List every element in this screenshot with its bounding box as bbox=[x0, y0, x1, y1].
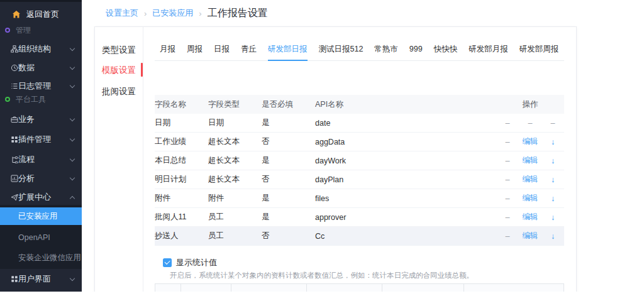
table-row-work-performance: 工作业绩 超长文本 否 aggData – 编辑 ↓ bbox=[155, 133, 564, 151]
green-dot-icon bbox=[5, 97, 10, 102]
briefcase-icon bbox=[11, 116, 18, 123]
tab-daily-report[interactable]: 日报 bbox=[214, 38, 230, 61]
vertical-divider bbox=[143, 27, 143, 292]
edit-link[interactable]: 编辑 bbox=[519, 155, 541, 166]
action-dash: – bbox=[496, 213, 519, 222]
edit-link[interactable]: 编辑 bbox=[519, 231, 541, 241]
show-stats-description: 开启后，系统统计某个对象内的资料计数或者数值汇总，例如：统计本日完成的合同业绩总… bbox=[170, 271, 474, 280]
chevron-up-icon bbox=[70, 195, 75, 200]
show-stats-checkbox[interactable] bbox=[163, 258, 172, 267]
sidebar-top-edge bbox=[0, 0, 82, 2]
action-dash: – bbox=[496, 138, 519, 146]
send-icon bbox=[11, 194, 18, 201]
chevron-down-icon bbox=[70, 116, 75, 121]
header-api-name: API名称 bbox=[315, 99, 496, 110]
table-row-tomorrow-plan: 明日计划 超长文本 否 dayPlan – 编辑 ↓ bbox=[155, 170, 564, 189]
tab-kuaikuaikuai[interactable]: 快快快 bbox=[434, 38, 458, 61]
flow-icon bbox=[11, 156, 18, 163]
menu-template-settings[interactable]: 模版设置 bbox=[95, 65, 143, 76]
breadcrumb-settings-home[interactable]: 设置主页 bbox=[106, 8, 138, 19]
action-dash: – bbox=[496, 194, 519, 203]
table-row-reviewer: 批阅人11 员工 是 approver – 编辑 ↓ bbox=[155, 208, 564, 227]
sidebar-item-data[interactable]: 数据 bbox=[0, 59, 82, 77]
sidebar-item-org-structure[interactable]: 组织结构 bbox=[0, 40, 82, 58]
table-row-cc: 抄送人 员工 否 Cc – 编辑 ↓ bbox=[155, 227, 564, 246]
sidebar-item-installed-apps[interactable]: 已安装应用 bbox=[0, 207, 82, 225]
page-title: 工作报告设置 bbox=[208, 7, 268, 20]
move-down-icon[interactable]: ↓ bbox=[541, 232, 564, 241]
sidebar-item-extension-center[interactable]: 扩展中心 bbox=[0, 189, 82, 206]
move-down-icon[interactable]: ↓ bbox=[541, 194, 564, 203]
edit-link[interactable]: 编辑 bbox=[519, 136, 541, 147]
table-header-row: 字段名称 字段类型 是否必填 API名称 操作 bbox=[155, 95, 564, 114]
fields-table: 字段名称 字段类型 是否必填 API名称 操作 日期 日期 是 date – –… bbox=[155, 95, 564, 246]
app-window: 返回首页 管理 组织结构 数据 日志管理 bbox=[0, 0, 644, 296]
tab-changshu[interactable]: 常熟市 bbox=[374, 38, 398, 61]
action-dash: – bbox=[541, 119, 564, 128]
move-down-icon[interactable]: ↓ bbox=[541, 156, 564, 165]
settings-card: 类型设置 模版设置 批阅设置 月报 周报 日报 青丘 研发部日报 测试日报512… bbox=[94, 26, 577, 292]
tab-rd-monthly-report[interactable]: 研发部月报 bbox=[469, 38, 508, 61]
breadcrumb-separator-icon: › bbox=[199, 9, 201, 18]
show-stats-row: 显示统计值 bbox=[163, 257, 217, 268]
list-icon bbox=[11, 82, 18, 90]
tab-weekly-report[interactable]: 周报 bbox=[187, 38, 203, 61]
sidebar: 返回首页 管理 组织结构 数据 日志管理 bbox=[0, 0, 82, 292]
edit-link[interactable]: 编辑 bbox=[519, 174, 541, 185]
breadcrumb-installed-apps[interactable]: 已安装应用 bbox=[152, 8, 193, 19]
chevron-down-icon bbox=[70, 65, 75, 70]
chevron-down-icon bbox=[70, 83, 75, 88]
tab-test-daily-512[interactable]: 测试日报512 bbox=[319, 38, 364, 61]
chevron-down-icon bbox=[70, 175, 75, 180]
move-down-icon[interactable]: ↓ bbox=[541, 213, 564, 222]
move-down-icon[interactable]: ↓ bbox=[541, 138, 564, 146]
edit-link[interactable]: 编辑 bbox=[519, 193, 541, 204]
action-dash: – bbox=[519, 119, 541, 128]
sidebar-item-workflow[interactable]: 流程 bbox=[0, 151, 82, 168]
table-row-today-summary: 本日总结 超长文本 是 dayWork – 编辑 ↓ bbox=[155, 151, 564, 170]
sidebar-item-install-wecom-app[interactable]: 安装企业微信应用 bbox=[0, 249, 82, 266]
tab-rd-weekly-report[interactable]: 研发部周报 bbox=[519, 38, 559, 61]
header-actions: 操作 bbox=[496, 99, 564, 110]
main-area: 设置主页 › 已安装应用 › 工作报告设置 类型设置 模版设置 批阅设置 月报 … bbox=[82, 0, 644, 292]
sidebar-item-business[interactable]: 业务 bbox=[0, 111, 82, 128]
move-down-icon[interactable]: ↓ bbox=[541, 175, 564, 184]
edit-link[interactable]: 编辑 bbox=[519, 212, 541, 222]
table-row-attachment: 附件 附件 是 files – 编辑 ↓ bbox=[155, 189, 564, 208]
home-icon bbox=[12, 10, 21, 19]
chevron-down-icon bbox=[70, 156, 75, 162]
menu-review-settings[interactable]: 批阅设置 bbox=[95, 86, 143, 97]
tab-999[interactable]: 999 bbox=[409, 38, 423, 61]
menu-type-settings[interactable]: 类型设置 bbox=[95, 45, 143, 56]
sidebar-item-plugin-management[interactable]: 插件管理 bbox=[0, 131, 82, 148]
table-row-date: 日期 日期 是 date – – – bbox=[155, 114, 564, 133]
clock-icon bbox=[11, 64, 18, 72]
tab-monthly-report[interactable]: 月报 bbox=[160, 38, 175, 61]
sidebar-section-platform-tools: 平台工具 bbox=[0, 90, 82, 108]
tab-qingqiu[interactable]: 青丘 bbox=[241, 38, 257, 61]
header-field-type: 字段类型 bbox=[208, 99, 262, 110]
grid-icon bbox=[11, 275, 18, 283]
action-dash: – bbox=[496, 119, 519, 128]
sidebar-item-user-interface[interactable]: 用户界面 bbox=[0, 270, 82, 288]
extension-center-submenu: 已安装应用 OpenAPI 安装企业微信应用 bbox=[0, 205, 82, 269]
sidebar-item-analytics[interactable]: 分析 bbox=[0, 170, 82, 187]
plugin-grid-icon bbox=[11, 136, 18, 143]
breadcrumb-separator-icon: › bbox=[144, 9, 147, 18]
stats-table-fragment bbox=[155, 283, 564, 292]
chart-icon bbox=[11, 175, 18, 182]
chevron-down-icon bbox=[70, 276, 75, 281]
back-to-home-label: 返回首页 bbox=[26, 9, 59, 20]
breadcrumb: 设置主页 › 已安装应用 › 工作报告设置 bbox=[82, 0, 644, 26]
action-dash: – bbox=[496, 156, 519, 165]
action-dash: – bbox=[496, 232, 519, 241]
sidebar-section-admin: 管理 bbox=[0, 21, 82, 39]
header-required: 是否必填 bbox=[262, 99, 315, 110]
tab-rd-daily-report[interactable]: 研发部日报 bbox=[268, 38, 308, 61]
sidebar-item-openapi[interactable]: OpenAPI bbox=[0, 229, 82, 246]
chevron-down-icon bbox=[70, 46, 75, 51]
show-stats-label: 显示统计值 bbox=[176, 257, 217, 268]
action-dash: – bbox=[496, 175, 519, 184]
purple-dot-icon bbox=[5, 28, 10, 33]
header-field-name: 字段名称 bbox=[155, 99, 208, 110]
